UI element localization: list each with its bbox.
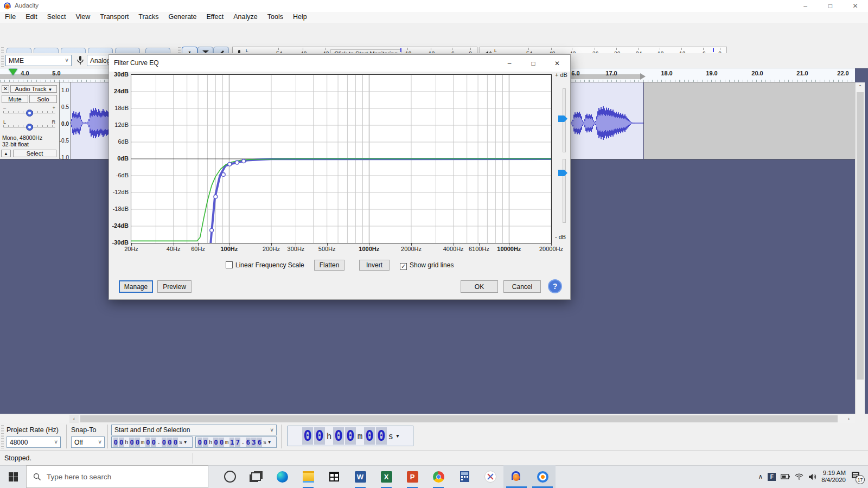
taskbar-app-task-view[interactable]: [243, 465, 269, 488]
horizontal-scrollbar[interactable]: ‹ ›: [0, 414, 855, 423]
dialog-maximize-button[interactable]: □: [522, 57, 544, 70]
taskbar-app-audio-app[interactable]: [529, 465, 556, 488]
notification-center-button[interactable]: 17: [851, 470, 864, 483]
search-placeholder: Type here to search: [47, 473, 111, 481]
cancel-button[interactable]: Cancel: [503, 280, 541, 293]
chevron-down-icon[interactable]: ▼: [184, 440, 187, 445]
window-minimize-button[interactable]: –: [793, 0, 818, 12]
audio-host-select[interactable]: MME˅: [5, 55, 72, 66]
toolbar-grip[interactable]: [1, 425, 4, 448]
mute-button[interactable]: Mute: [2, 95, 28, 103]
pan-slider[interactable]: L R: [2, 119, 56, 132]
vertical-scrollbar[interactable]: ⌃ ⌄: [855, 82, 865, 423]
window-maximize-button[interactable]: □: [818, 0, 843, 12]
taskbar-app-calculator[interactable]: [451, 465, 477, 488]
show-hidden-icons-chevron[interactable]: ∧: [758, 473, 763, 480]
show-grid-lines-checkbox[interactable]: ✓Show grid lines: [400, 261, 454, 270]
menu-help[interactable]: Help: [288, 12, 312, 22]
snap-to-select[interactable]: Off˅: [71, 436, 105, 448]
chevron-down-icon[interactable]: ▼: [268, 440, 271, 445]
freq-tick: [229, 243, 229, 246]
selection-mode-select[interactable]: Start and End of Selection˅: [111, 425, 277, 435]
taskbar-app-chrome[interactable]: [425, 465, 451, 488]
track-menu-button[interactable]: Audio Track ▼: [10, 85, 57, 93]
freq-tick: [454, 243, 454, 246]
toolbar-grip[interactable]: [1, 54, 4, 67]
taskbar-app-cortana[interactable]: [217, 465, 243, 488]
meter-left-label: L: [494, 49, 496, 53]
pan-thumb[interactable]: [26, 124, 33, 131]
freq-label-100Hz: 100Hz: [220, 246, 238, 252]
scroll-right-icon[interactable]: ›: [844, 415, 853, 423]
freq-tick: [327, 243, 328, 246]
menu-file[interactable]: File: [0, 12, 21, 22]
chevron-down-icon[interactable]: ▼: [396, 433, 399, 439]
taskbar-app-file-explorer[interactable]: [295, 465, 321, 488]
menu-tools[interactable]: Tools: [263, 12, 288, 22]
menu-view[interactable]: View: [71, 12, 95, 22]
window-close-button[interactable]: ✕: [843, 0, 867, 12]
gain-slider[interactable]: – +: [2, 105, 56, 118]
audio-position-field[interactable]: 00h00m00s▼: [288, 426, 413, 446]
menu-edit[interactable]: Edit: [21, 12, 42, 22]
menu-generate[interactable]: Generate: [163, 12, 201, 22]
taskbar-app-store[interactable]: [321, 465, 347, 488]
lower-db-range-thumb[interactable]: [558, 170, 567, 176]
freq-label-300Hz: 300Hz: [288, 246, 305, 252]
eq-curve-chart[interactable]: [131, 75, 551, 243]
taskbar-app-snipping-tool[interactable]: [477, 465, 503, 488]
linear-frequency-checkbox[interactable]: Linear Frequency Scale: [226, 261, 304, 269]
menu-analyze[interactable]: Analyze: [228, 12, 262, 22]
vruler-label: 0.0: [61, 121, 69, 127]
scroll-up-icon[interactable]: ⌃: [856, 84, 865, 90]
taskbar-app-audacity[interactable]: [503, 465, 529, 488]
selection-end-field[interactable]: 00h00m17.636s▼: [195, 436, 277, 448]
menu-transport[interactable]: Transport: [95, 12, 133, 22]
checkbox-box[interactable]: [226, 261, 233, 268]
meter-tick: [470, 48, 471, 50]
flatten-button[interactable]: Flatten: [314, 260, 344, 271]
dialog-close-button[interactable]: ✕: [546, 57, 568, 70]
playhead-marker[interactable]: [9, 69, 17, 75]
taskbar-app-edge[interactable]: [269, 465, 295, 488]
wifi-icon[interactable]: [795, 473, 803, 480]
lower-db-range-slider[interactable]: [563, 159, 566, 223]
vertical-scroll-thumb[interactable]: [857, 92, 864, 380]
ok-button[interactable]: OK: [461, 280, 498, 293]
solo-button[interactable]: Solo: [29, 95, 57, 103]
eq-plot-area[interactable]: [131, 74, 552, 243]
toolbar-dock: I ↔ ✱ L R -54-48-42-18-12-60 Click to St…: [0, 23, 868, 54]
invert-button[interactable]: Invert: [359, 260, 390, 271]
battery-icon[interactable]: [781, 474, 790, 479]
scroll-left-icon[interactable]: ‹: [69, 415, 79, 423]
track-close-button[interactable]: ✕: [2, 85, 9, 93]
project-rate-select[interactable]: 48000˅: [7, 436, 61, 448]
taskbar-clock[interactable]: 9:19 AM 8/4/2020: [821, 470, 846, 484]
dialog-minimize-button[interactable]: –: [499, 57, 520, 70]
gain-thumb[interactable]: [26, 110, 33, 117]
windows-logo-icon: [9, 472, 18, 481]
menu-effect[interactable]: Effect: [202, 12, 229, 22]
menu-select[interactable]: Select: [42, 12, 71, 22]
tray-app-icon[interactable]: F: [768, 473, 776, 481]
collapse-track-button[interactable]: ▲: [1, 150, 11, 157]
selection-start-field[interactable]: 00h00m00.000s▼: [111, 436, 193, 448]
help-button[interactable]: ?: [548, 279, 562, 293]
track-empty-area[interactable]: [644, 82, 855, 159]
start-button[interactable]: [0, 465, 26, 488]
horizontal-scroll-thumb[interactable]: [80, 415, 838, 422]
freq-tick: [198, 243, 199, 246]
checkbox-box[interactable]: ✓: [400, 263, 407, 270]
dialog-title-bar[interactable]: Filter Curve EQ – □ ✕: [109, 55, 570, 72]
taskbar-search-input[interactable]: Type here to search: [26, 465, 208, 488]
volume-icon[interactable]: [808, 473, 816, 480]
taskbar-app-excel[interactable]: X: [373, 465, 399, 488]
window-title: Audacity: [15, 2, 39, 9]
track-select-button[interactable]: Select: [13, 150, 56, 157]
taskbar-app-word[interactable]: W: [347, 465, 373, 488]
menu-tracks[interactable]: Tracks: [133, 12, 163, 22]
manage-button[interactable]: Manage: [119, 280, 153, 293]
upper-db-range-thumb[interactable]: [558, 115, 567, 122]
preview-button[interactable]: Preview: [157, 280, 192, 293]
taskbar-app-powerpoint[interactable]: P: [399, 465, 425, 488]
